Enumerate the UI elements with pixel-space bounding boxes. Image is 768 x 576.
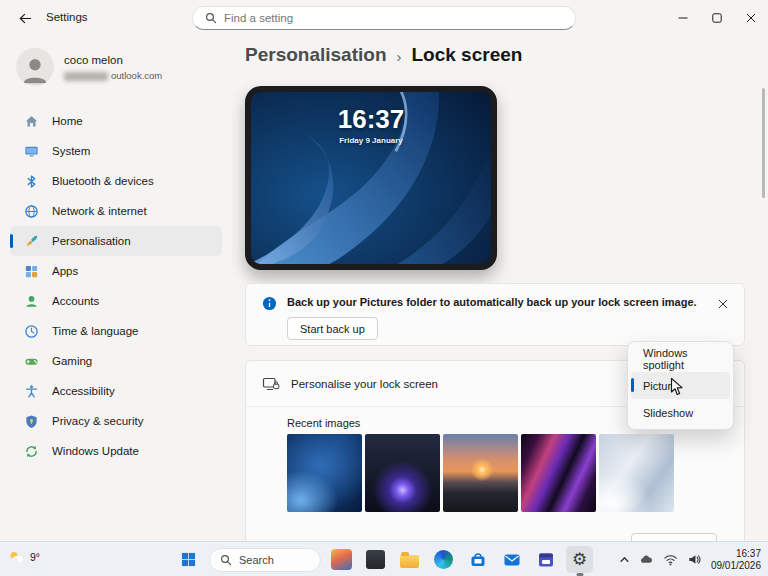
home-icon: [24, 114, 39, 129]
sidebar-item-network-internet[interactable]: Network & internet: [10, 196, 222, 226]
recent-image-3[interactable]: [443, 434, 518, 512]
sidebar-item-accessibility[interactable]: Accessibility: [10, 376, 222, 406]
profile-email-domain: outlook.com: [111, 70, 162, 81]
start-backup-button[interactable]: Start back up: [287, 317, 378, 340]
sidebar-item-label: Windows Update: [52, 445, 139, 457]
taskbar-clock[interactable]: 16:37 09/01/2026: [711, 548, 761, 571]
partially-visible-button[interactable]: [631, 533, 717, 541]
sidebar-item-time-language[interactable]: Time & language: [10, 316, 222, 346]
sidebar-item-privacy-security[interactable]: Privacy & security: [10, 406, 222, 436]
dropdown-option-windows-spotlight[interactable]: Windows spotlight: [631, 345, 730, 372]
taskbar-date: 09/01/2026: [711, 560, 761, 572]
weather-icon: [7, 548, 25, 566]
mail-app-button[interactable]: [498, 546, 525, 573]
accessibility-icon: [24, 384, 39, 399]
lock-screen-type-dropdown: Windows spotlight Picture Slideshow: [627, 341, 734, 430]
sidebar-item-personalisation[interactable]: Personalisation: [10, 226, 222, 256]
system-icon: [24, 144, 39, 159]
maximize-icon: [712, 13, 722, 23]
lock-screen-icon: [262, 375, 280, 393]
window-controls: [666, 0, 768, 35]
sidebar-item-label: Home: [52, 115, 83, 127]
sidebar-item-label: Time & language: [52, 325, 139, 337]
banner-close-button[interactable]: [712, 293, 734, 315]
sidebar-item-accounts[interactable]: Accounts: [10, 286, 222, 316]
sidebar: coco melon outlook.com Home System Bluet…: [0, 36, 232, 541]
recent-image-2[interactable]: [365, 434, 440, 512]
sidebar-item-label: Personalisation: [52, 235, 131, 247]
backup-info-banner: Back up your Pictures folder to automati…: [245, 283, 745, 346]
edge-browser-button[interactable]: [430, 546, 457, 573]
taskbar: 9° Search: [0, 541, 768, 576]
sidebar-item-system[interactable]: System: [10, 136, 222, 166]
update-arrows-icon: [24, 444, 39, 459]
settings-search-box: [192, 6, 576, 30]
sidebar-item-bluetooth-devices[interactable]: Bluetooth & devices: [10, 166, 222, 196]
app-title: Settings: [46, 11, 88, 23]
sidebar-item-label: Accounts: [52, 295, 99, 307]
dropdown-option-slideshow[interactable]: Slideshow: [631, 399, 730, 426]
sidebar-item-gaming[interactable]: Gaming: [10, 346, 222, 376]
minimize-button[interactable]: [666, 0, 700, 35]
store-icon: [469, 551, 487, 569]
photos-app-button[interactable]: [328, 546, 355, 573]
lock-screen-preview: 16:37 Friday 9 January: [245, 86, 497, 270]
settings-search-input[interactable]: [224, 12, 563, 24]
volume-icon[interactable]: [687, 552, 702, 567]
vertical-scrollbar[interactable]: [762, 88, 765, 198]
preview-clock-time: 16:37: [251, 104, 491, 135]
sidebar-item-home[interactable]: Home: [10, 106, 222, 136]
taskbar-search-box[interactable]: Search: [209, 548, 321, 572]
wifi-icon[interactable]: [663, 552, 678, 567]
sidebar-item-label: Accessibility: [52, 385, 115, 397]
profile-name: coco melon: [64, 54, 123, 66]
sidebar-item-windows-update[interactable]: Windows Update: [10, 436, 222, 466]
dropdown-option-label: Windows spotlight: [643, 347, 730, 371]
breadcrumb: Personalisation › Lock screen: [245, 44, 522, 66]
edge-icon: [434, 550, 453, 569]
calendar-app-button[interactable]: [532, 546, 559, 573]
settings-app-button[interactable]: ⚙: [566, 546, 593, 573]
selected-indicator: [10, 234, 13, 248]
weather-widget[interactable]: 9°: [7, 548, 40, 566]
file-explorer-button[interactable]: [396, 546, 423, 573]
sidebar-item-label: Privacy & security: [52, 415, 143, 427]
cloud-icon[interactable]: [639, 552, 654, 567]
apps-grid-icon: [24, 264, 39, 279]
back-button[interactable]: [10, 6, 40, 30]
sidebar-item-label: Gaming: [52, 355, 92, 367]
globe-icon: [24, 204, 39, 219]
sidebar-item-label: Bluetooth & devices: [52, 175, 154, 187]
main-content: Personalisation › Lock screen: [232, 36, 768, 541]
sidebar-item-label: Network & internet: [52, 205, 147, 217]
preview-clock-date: Friday 9 January: [251, 136, 491, 145]
redacted-email-blur: [64, 72, 108, 81]
sidebar-item-apps[interactable]: Apps: [10, 256, 222, 286]
breadcrumb-parent[interactable]: Personalisation: [245, 44, 387, 66]
close-icon: [746, 13, 756, 23]
recent-image-1[interactable]: [287, 434, 362, 512]
profile-email: outlook.com: [64, 70, 162, 81]
chevron-up-icon[interactable]: [619, 554, 630, 565]
start-button[interactable]: [175, 546, 202, 573]
sidebar-item-label: Apps: [52, 265, 78, 277]
recent-image-4[interactable]: [521, 434, 596, 512]
recent-images-label: Recent images: [287, 417, 360, 429]
gear-icon: ⚙: [572, 551, 587, 568]
card-title: Personalise your lock screen: [291, 378, 438, 390]
back-arrow-icon: [18, 11, 33, 26]
mail-icon: [503, 551, 521, 569]
profile-block[interactable]: coco melon outlook.com: [14, 46, 224, 90]
sidebar-item-label: System: [52, 145, 90, 157]
search-icon: [205, 12, 217, 24]
store-app-button[interactable]: [464, 546, 491, 573]
system-tray: 16:37 09/01/2026: [619, 542, 761, 576]
maximize-button[interactable]: [700, 0, 734, 35]
titlebar: Settings: [0, 0, 768, 36]
windows-logo-icon: [181, 552, 196, 567]
recent-image-5[interactable]: [599, 434, 674, 512]
terminal-app-button[interactable]: [362, 546, 389, 573]
taskbar-time: 16:37: [711, 548, 761, 560]
person-icon: [18, 52, 52, 86]
close-button[interactable]: [734, 0, 768, 35]
